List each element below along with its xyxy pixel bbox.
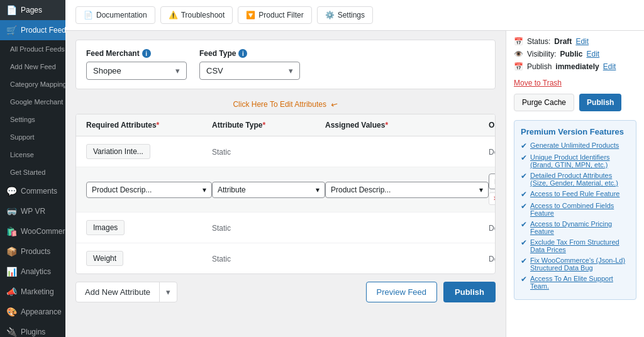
status-edit-link[interactable]: Edit [575,37,589,46]
sidebar-item-category-mapping[interactable]: Category Mapping [0,75,65,93]
product-filter-button[interactable]: 🔽 Product Filter [238,6,311,24]
purge-cache-button[interactable]: Purge Cache [514,94,574,111]
sidebar-item-product-feed[interactable]: 🛒 Product Feed [0,20,65,40]
content-area: Feed Merchant i Shopee ▾ Feed Type i [65,31,644,337]
prefix-suffix-select[interactable]: Prefix/Suffix ▾ [489,174,496,189]
sidebar-item-comments[interactable]: 💬 Comments [0,181,65,201]
variation-attr-type: Static [212,147,325,157]
products-icon: 📦 [6,246,17,257]
htmlentities-badge: ✕ htmlentities [489,192,496,205]
table-header: Required Attributes* Attribute Type* Ass… [76,114,495,136]
sidebar-item-settings[interactable]: Settings [0,111,65,128]
merchant-info-icon[interactable]: i [142,49,151,58]
table-row: Product Descrip... ▾ Attribute ▾ [76,167,495,213]
check-icon: ✔ [521,238,527,247]
feed-merchant-field: Feed Merchant i Shopee ▾ [86,49,187,80]
weight-attr-type: Static [212,254,325,263]
attr-type-select[interactable]: Attribute ▾ [212,182,325,198]
add-attr-chevron-icon: ▾ [160,282,177,302]
check-icon: ✔ [521,220,527,229]
sidebar-item-all-product-feeds[interactable]: All Product Feeds [0,40,65,58]
images-attr-badge: Images [86,220,212,235]
sidebar-item-license[interactable]: License [0,146,65,163]
documentation-icon: 📄 [84,11,93,19]
premium-item: ✔ Generate Unlimited Products [521,141,630,150]
sidebar-item-get-started[interactable]: Get Started [0,163,65,181]
feed-rule-link[interactable]: Access to Feed Rule Feature [530,190,619,197]
check-icon: ✔ [521,275,527,284]
premium-box: Premium Version Features ✔ Generate Unli… [514,120,636,300]
premium-item: ✔ Access to Combined Fields Feature [521,202,630,217]
premium-item: ✔ Access To An Elite Support Team. [521,275,630,290]
detailed-attributes-link[interactable]: Detailed Product Attributes (Size, Gende… [530,172,630,187]
premium-item: ✔ Detailed Product Attributes (Size, Gen… [521,172,630,187]
comments-icon: 💬 [6,186,17,196]
publish-edit-link[interactable]: Edit [603,62,616,71]
premium-item: ✔ Access to Feed Rule Feature [521,190,630,199]
variation-attr-badge: Variation Inte... [86,144,212,159]
preview-feed-button[interactable]: Preview Feed [366,282,437,302]
attributes-table: Required Attributes* Attribute Type* Ass… [75,114,496,274]
click-hint-text: Click Here To Edit Attributes [233,100,326,109]
elite-support-link[interactable]: Access To An Elite Support Team. [530,275,630,290]
merchant-chevron-icon: ▾ [175,66,180,75]
json-ld-link[interactable]: Fix WooCommerce's (Json-Ld) Structured D… [530,257,630,272]
wp-vr-icon: 🥽 [6,206,17,216]
assigned-values-select[interactable]: Product Descrip... ▾ [325,182,489,198]
check-icon: ✔ [521,190,527,199]
remove-htmlentities-icon[interactable]: ✕ [493,195,496,202]
product-attr-type-field: Attribute ▾ [212,182,325,198]
table-row: Variation Inte... Static Default ✏️ [76,136,495,167]
sidebar-item-products[interactable]: 📦 Products [0,241,65,262]
sidebar-item-add-new-feed[interactable]: Add New Feed [0,58,65,75]
settings-button[interactable]: ⚙️ Settings [317,6,373,24]
troubleshoot-button[interactable]: ⚠️ Troubleshoot [160,6,233,24]
sidebar-item-appearance[interactable]: 🎨 Appearance [0,302,65,322]
sidebar-item-wp-vr[interactable]: 🥽 WP VR [0,201,65,221]
product-descrip-select[interactable]: Product Descrip... ▾ [86,182,212,198]
attr-type-chevron-icon: ▾ [316,185,319,194]
check-icon: ✔ [521,172,527,180]
meta-section: 📅 Status: Draft Edit 👁️ Visibility: Publ… [514,37,636,71]
col-required-attr: Required Attributes* [86,121,212,130]
feed-type-label: Feed Type i [199,49,300,58]
sidebar-item-marketing[interactable]: 📣 Marketing [0,282,65,302]
sidebar-item-plugins[interactable]: 🔌 Plugins [0,322,65,337]
sidebar-item-analytics[interactable]: 📊 Analytics [0,262,65,282]
table-row: Weight Static Default ✏️ [76,243,495,273]
type-chevron-icon: ▾ [289,66,293,75]
status-row: 📅 Status: Draft Edit [514,37,636,46]
premium-item: ✔ Exclude Tax From Structured Data Price… [521,238,630,253]
premium-item: ✔ Access to Dynamic Pricing Feature [521,220,630,235]
publish-button[interactable]: Publish [443,282,496,302]
calendar-icon: 📅 [514,37,523,46]
sidebar-item-pages[interactable]: 📄 Pages [0,0,65,20]
sidebar-item-support[interactable]: Support [0,128,65,146]
dynamic-pricing-link[interactable]: Access to Dynamic Pricing Feature [530,220,630,235]
feed-merchant-label: Feed Merchant i [86,49,187,58]
arrow-curve-icon: ↙ [330,98,340,109]
visibility-row: 👁️ Visibility: Public Edit [514,50,636,58]
assigned-chevron-icon: ▾ [479,185,483,194]
publish-row: 📅 Publish immediately Edit [514,62,636,71]
unique-identifiers-link[interactable]: Unique Product Identifiers (Brand, GTIN,… [530,153,630,168]
feed-merchant-select[interactable]: Shopee ▾ [86,62,187,80]
variation-output-filter: Default [489,147,496,157]
generate-unlimited-link[interactable]: Generate Unlimited Products [530,141,619,149]
publish-meta-button[interactable]: Publish [579,94,621,111]
feed-type-select[interactable]: CSV ▾ [199,62,300,80]
exclude-tax-link[interactable]: Exclude Tax From Structured Data Prices [530,238,630,253]
sidebar-item-google-merchant[interactable]: Google Merchant Settings [0,93,65,111]
combined-fields-link[interactable]: Access to Combined Fields Feature [530,202,630,217]
documentation-button[interactable]: 📄 Documentation [75,6,155,24]
troubleshoot-icon: ⚠️ [169,11,178,19]
sidebar-item-woocommerce[interactable]: 🛍️ WooCommerce [0,221,65,241]
analytics-icon: 📊 [6,267,17,277]
product-filter-icon: 🔽 [246,11,255,19]
add-new-attribute-button[interactable]: Add New Attribute ▾ [75,282,177,302]
weight-output-filter: Default [489,254,496,263]
visibility-edit-link[interactable]: Edit [586,50,599,58]
move-to-trash-link[interactable]: Move to Trash [514,79,636,87]
type-info-icon[interactable]: i [238,49,247,58]
meta-actions: Purge Cache Publish [514,94,636,111]
